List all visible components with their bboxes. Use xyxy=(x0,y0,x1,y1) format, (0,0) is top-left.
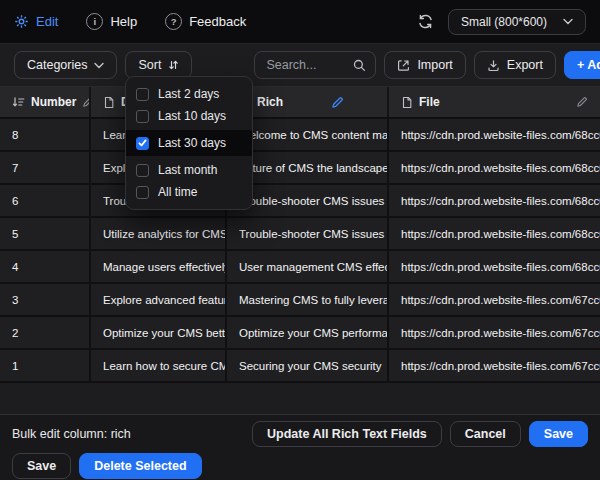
cell-description[interactable]: Optimize your CMS better xyxy=(91,317,227,348)
cell-number[interactable]: 2 xyxy=(0,317,91,348)
cell-file[interactable]: https://cdn.prod.website-files.com/68cc0 xyxy=(389,218,600,249)
table-body: 8LearnWelcome to CMS content managerhttp… xyxy=(0,119,600,383)
cell-number[interactable]: 7 xyxy=(0,152,91,183)
delete-selected-label: Delete Selected xyxy=(94,459,186,473)
checkbox-checked-icon[interactable] xyxy=(136,137,149,150)
column-label-file: File xyxy=(419,95,440,109)
table-row[interactable]: 7ExploFuture of CMS the landscapehttps:/… xyxy=(0,152,600,185)
menu-item-feedback-label: Feedback xyxy=(189,14,246,29)
save-label: Save xyxy=(544,427,573,441)
cell-description[interactable]: Learn how to secure CMS xyxy=(91,350,227,381)
menu-item-feedback[interactable]: ? Feedback xyxy=(165,13,246,30)
column-label-number: Number xyxy=(31,95,76,109)
cell-file[interactable]: https://cdn.prod.website-files.com/68cc0 xyxy=(389,251,600,282)
bulk-edit-label: Bulk edit column: rich xyxy=(12,427,131,441)
add-new-button[interactable]: + Add New xyxy=(564,51,600,79)
delete-selected-button[interactable]: Delete Selected xyxy=(79,453,201,479)
cell-file[interactable]: https://cdn.prod.website-files.com/68cc0 xyxy=(389,185,600,216)
cms-table: Number Description xyxy=(0,86,600,383)
import-button[interactable]: Import xyxy=(384,51,465,79)
cell-file[interactable]: https://cdn.prod.website-files.com/67cc0 xyxy=(389,317,600,348)
cell-number[interactable]: 4 xyxy=(0,251,91,282)
checkbox-icon[interactable] xyxy=(136,164,149,177)
cell-rich[interactable]: Trouble-shooter CMS issues xyxy=(227,218,389,249)
table-header-row: Number Description xyxy=(0,86,600,119)
categories-dropdown-button[interactable]: Categories xyxy=(14,51,117,79)
filter-option[interactable]: Last month xyxy=(126,159,252,181)
cell-description[interactable]: Manage users effectively xyxy=(91,251,227,282)
table-toolbar: Categories Sort xyxy=(0,44,600,86)
checkbox-icon[interactable] xyxy=(136,88,149,101)
save-secondary-button[interactable]: Save xyxy=(12,453,71,479)
export-button[interactable]: Export xyxy=(474,51,556,79)
top-menu-bar: Edit i Help ? Feedback Small (800*600) xyxy=(0,0,600,44)
sort-label: Sort xyxy=(138,58,161,72)
filter-option-label: Last 2 days xyxy=(158,87,219,101)
sort-button[interactable]: Sort xyxy=(125,51,192,79)
sort-arrows-icon xyxy=(168,59,179,71)
cell-number[interactable]: 5 xyxy=(0,218,91,249)
bulk-edit-footer: Bulk edit column: rich Update All Rich T… xyxy=(0,414,600,480)
document-icon xyxy=(103,96,115,109)
refresh-icon[interactable] xyxy=(417,13,434,30)
save-button[interactable]: Save xyxy=(529,421,588,447)
import-icon xyxy=(397,59,410,72)
filter-option[interactable]: Last 30 days xyxy=(126,130,252,156)
search-box[interactable] xyxy=(254,51,376,79)
add-new-label: + Add New xyxy=(577,58,600,72)
question-icon: ? xyxy=(165,13,182,30)
cell-file[interactable]: https://cdn.prod.website-files.com/67cc0 xyxy=(389,350,600,381)
cell-description[interactable]: Explore advanced features xyxy=(91,284,227,315)
cancel-button[interactable]: Cancel xyxy=(450,421,521,447)
menu-item-help[interactable]: i Help xyxy=(86,13,137,30)
edit-column-icon-active[interactable] xyxy=(331,96,344,109)
table-row[interactable]: 2Optimize your CMS betterOptimize your C… xyxy=(0,317,600,350)
update-all-rich-button[interactable]: Update All Rich Text Fields xyxy=(252,421,442,447)
table-row[interactable]: 1Learn how to secure CMSSecuring your CM… xyxy=(0,350,600,383)
filter-option[interactable]: All time xyxy=(126,181,252,203)
update-all-rich-label: Update All Rich Text Fields xyxy=(267,427,427,441)
cell-number[interactable]: 8 xyxy=(0,119,91,150)
table-row[interactable]: 4Manage users effectivelyUser management… xyxy=(0,251,600,284)
import-label: Import xyxy=(417,58,452,72)
column-header-file[interactable]: File xyxy=(389,87,600,117)
filter-option[interactable]: Last 10 days xyxy=(126,105,252,127)
cell-rich[interactable]: Securing your CMS security xyxy=(227,350,389,381)
cell-rich[interactable]: User management CMS effective xyxy=(227,251,389,282)
info-icon: i xyxy=(86,13,103,30)
edit-column-icon[interactable] xyxy=(82,96,91,108)
file-icon xyxy=(401,96,413,109)
filter-option[interactable]: Last 2 days xyxy=(126,83,252,105)
edit-column-icon[interactable] xyxy=(576,96,588,108)
screen-size-select[interactable]: Small (800*600) xyxy=(448,9,586,35)
cell-file[interactable]: https://cdn.prod.website-files.com/68cc0 xyxy=(389,119,600,150)
cell-file[interactable]: https://cdn.prod.website-files.com/68cc0 xyxy=(389,152,600,183)
checkbox-icon[interactable] xyxy=(136,110,149,123)
column-header-number[interactable]: Number xyxy=(0,87,91,117)
table-row[interactable]: 8LearnWelcome to CMS content managerhttp… xyxy=(0,119,600,152)
cell-number[interactable]: 3 xyxy=(0,284,91,315)
chevron-down-icon xyxy=(94,62,104,69)
cell-rich[interactable]: Mastering CMS to fully leverage xyxy=(227,284,389,315)
chevron-down-icon xyxy=(563,18,573,25)
cell-description[interactable]: Utilize analytics for CMS xyxy=(91,218,227,249)
cell-number[interactable]: 1 xyxy=(0,350,91,381)
cancel-label: Cancel xyxy=(465,427,506,441)
search-icon xyxy=(353,59,366,72)
cell-number[interactable]: 6 xyxy=(0,185,91,216)
filter-option-label: Last month xyxy=(158,163,217,177)
table-row[interactable]: 3Explore advanced featuresMastering CMS … xyxy=(0,284,600,317)
save-secondary-label: Save xyxy=(27,459,56,473)
cell-rich[interactable]: Optimize your CMS performance xyxy=(227,317,389,348)
gear-icon xyxy=(14,14,29,29)
cell-file[interactable]: https://cdn.prod.website-files.com/67cc0 xyxy=(389,284,600,315)
search-input[interactable] xyxy=(264,57,347,73)
categories-label: Categories xyxy=(27,58,87,72)
table-row[interactable]: 5Utilize analytics for CMSTrouble-shoote… xyxy=(0,218,600,251)
menu-item-edit[interactable]: Edit xyxy=(14,14,58,29)
filter-option-label: Last 30 days xyxy=(158,136,226,150)
menu-item-help-label: Help xyxy=(110,14,137,29)
checkbox-icon[interactable] xyxy=(136,186,149,199)
table-row[interactable]: 6TroubTrouble-shooter CMS issueshttps://… xyxy=(0,185,600,218)
menu-item-edit-label: Edit xyxy=(36,14,58,29)
